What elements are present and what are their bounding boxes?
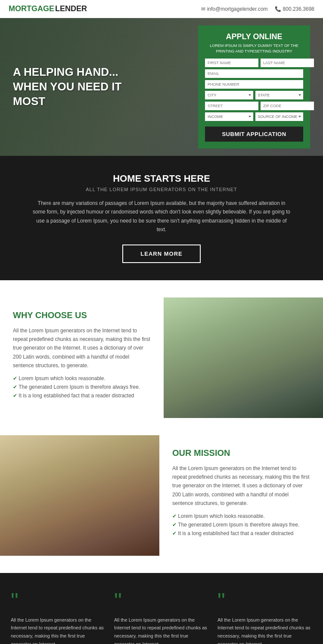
- why-choose-checklist: Lorem Ipsum which looks reasonable. The …: [13, 375, 151, 399]
- hero-section: A HELPING HAND... WHEN YOU NEED IT MOST …: [0, 18, 323, 156]
- why-checklist-item-3: It is a long established fact that a rea…: [13, 393, 151, 399]
- our-mission-section: OUR MISSION All the Lorem Ipsum generato…: [0, 435, 323, 573]
- apply-form-subtitle: LOREM IPSUM IS SIMPLY DUMMY TEXT OF THE …: [205, 43, 303, 54]
- city-select[interactable]: CITY: [205, 91, 253, 99]
- state-select[interactable]: STATE: [255, 91, 304, 99]
- home-starts-section: HOME STARTS HERE ALL THE LOREM IPSUM GEN…: [0, 156, 323, 280]
- our-mission-body: All the Lorem Ipsum generators on the In…: [172, 464, 310, 508]
- city-state-row: CITY STATE: [205, 91, 303, 99]
- logo-lender: LENDER: [55, 4, 87, 13]
- quote-mark-3: ": [217, 590, 312, 612]
- income-source-row: INCOME SOURCE OF INCOME: [205, 112, 303, 121]
- why-choose-layout: WHY CHOOSE US All the Lorem Ipsum genera…: [0, 297, 323, 418]
- street-input[interactable]: [205, 102, 258, 110]
- testimonial-text-3: All the Lorem Ipsum generators on the In…: [217, 616, 312, 644]
- email-contact: ✉ info@mortgagelender.com: [201, 6, 268, 12]
- header-contact: ✉ info@mortgagelender.com 📞 800.236.3698: [201, 6, 314, 12]
- why-choose-image: [164, 297, 323, 418]
- mission-checklist-item-1: Lorem Ipsum which looks reasonable.: [172, 513, 310, 519]
- why-checklist-item-2: The generated Lorem Ipsum is therefore a…: [13, 384, 151, 390]
- phone-row: [205, 80, 303, 89]
- testimonial-card-1: " All the Lorem Ipsum generators on the …: [11, 590, 106, 644]
- testimonial-text-2: All the Lorem Ipsum generators on the In…: [114, 616, 209, 644]
- why-choose-body: All the Lorem Ipsum generators on the In…: [13, 326, 151, 370]
- mission-checklist-item-3: It is a long established fact that a rea…: [172, 530, 310, 536]
- our-mission-title: OUR MISSION: [172, 448, 310, 458]
- testimonials-grid: " All the Lorem Ipsum generators on the …: [9, 590, 314, 644]
- hero-headline: A HELPING HAND... WHEN YOU NEED IT MOST: [13, 65, 151, 108]
- income-select[interactable]: INCOME: [205, 112, 253, 121]
- why-choose-text: WHY CHOOSE US All the Lorem Ipsum genera…: [0, 297, 164, 418]
- home-starts-subtitle: ALL THE LOREM IPSUM GENERATORS ON THE IN…: [13, 187, 310, 192]
- our-mission-image: [0, 435, 159, 556]
- quote-mark-1: ": [11, 590, 106, 612]
- submit-application-button[interactable]: SUBMIT APPLICATION: [205, 127, 303, 142]
- email-row: [205, 69, 303, 78]
- testimonial-text-1: All the Lorem Ipsum generators on the In…: [11, 616, 106, 644]
- phone-contact: 📞 800.236.3698: [275, 6, 314, 12]
- why-choose-section: WHY CHOOSE US All the Lorem Ipsum genera…: [0, 280, 323, 435]
- last-name-input[interactable]: [261, 59, 314, 67]
- name-row: [205, 59, 303, 67]
- apply-form-title: APPLY ONLINE: [205, 32, 303, 41]
- first-name-input[interactable]: [205, 59, 258, 67]
- quote-mark-2: ": [114, 590, 209, 612]
- header: MORTGAGE LENDER ✉ info@mortgagelender.co…: [0, 0, 323, 18]
- logo: MORTGAGE LENDER: [9, 4, 87, 13]
- testimonial-card-3: " All the Lorem Ipsum generators on the …: [217, 590, 312, 644]
- zip-input[interactable]: [261, 102, 314, 110]
- hero-text: A HELPING HAND... WHEN YOU NEED IT MOST: [13, 65, 151, 108]
- home-starts-title: HOME STARTS HERE: [13, 173, 310, 184]
- email-icon: ✉: [201, 6, 205, 12]
- learn-more-button[interactable]: LEARN MORE: [122, 245, 200, 263]
- phone-input[interactable]: [205, 80, 303, 89]
- logo-mortgage: MORTGAGE: [9, 4, 54, 13]
- why-choose-photo: [164, 297, 323, 418]
- why-checklist-item-1: Lorem Ipsum which looks reasonable.: [13, 375, 151, 381]
- testimonial-card-2: " All the Lorem Ipsum generators on the …: [114, 590, 209, 644]
- testimonials-section: " All the Lorem Ipsum generators on the …: [0, 573, 323, 644]
- home-starts-body: There are many variations of passages of…: [32, 199, 291, 234]
- apply-form: APPLY ONLINE LOREM IPSUM IS SIMPLY DUMMY…: [198, 25, 310, 148]
- our-mission-layout: OUR MISSION All the Lorem Ipsum generato…: [0, 435, 323, 556]
- email-input[interactable]: [205, 69, 303, 78]
- street-zip-row: [205, 102, 303, 110]
- phone-icon: 📞: [275, 6, 281, 12]
- our-mission-photo: [0, 435, 159, 556]
- our-mission-checklist: Lorem Ipsum which looks reasonable. The …: [172, 513, 310, 536]
- why-choose-title: WHY CHOOSE US: [13, 310, 151, 320]
- mission-checklist-item-2: The generated Lorem Ipsum is therefore a…: [172, 522, 310, 528]
- source-select[interactable]: SOURCE OF INCOME: [255, 112, 304, 121]
- our-mission-text: OUR MISSION All the Lorem Ipsum generato…: [159, 435, 323, 556]
